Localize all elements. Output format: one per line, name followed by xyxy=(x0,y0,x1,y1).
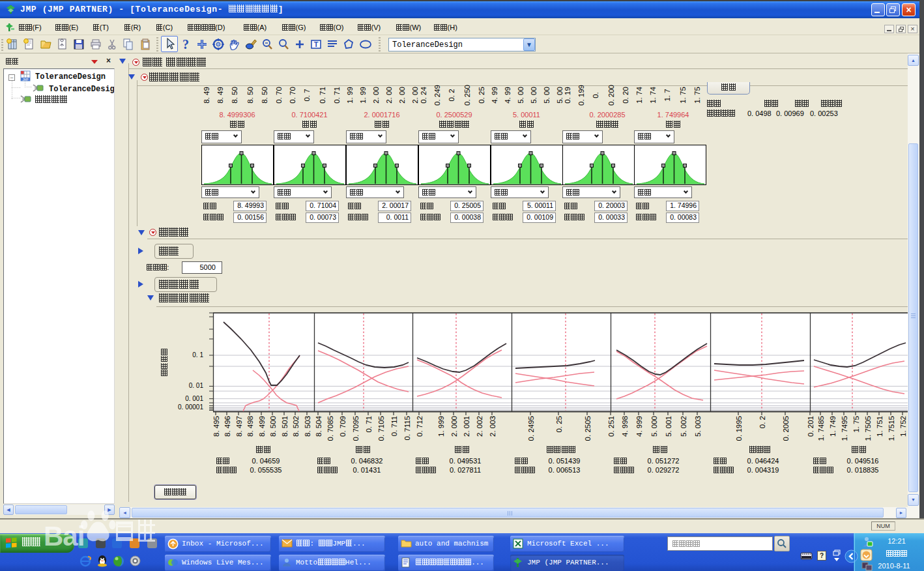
svg-text:1. 7515: 1. 7515 xyxy=(888,416,895,441)
svg-text:5. 003: 5. 003 xyxy=(694,416,702,437)
svg-text:8. 504: 8. 504 xyxy=(315,415,323,437)
svg-text:0. 201: 0. 201 xyxy=(807,416,815,437)
svg-text:1. 7495: 1. 7495 xyxy=(841,416,848,441)
svg-text:0. 711: 0. 711 xyxy=(390,416,398,436)
svg-text:8. 501: 8. 501 xyxy=(281,416,289,437)
svg-text:8. 503: 8. 503 xyxy=(304,416,311,437)
svg-text:0. 709: 0. 709 xyxy=(339,416,347,437)
svg-text:0. 251: 0. 251 xyxy=(607,416,615,437)
svg-text:2. 003: 2. 003 xyxy=(489,416,497,437)
svg-text:0. 2005: 0. 2005 xyxy=(782,416,790,441)
svg-text:5. 002: 5. 002 xyxy=(680,416,687,437)
svg-text:8. 496: 8. 496 xyxy=(224,416,231,437)
svg-text:0. 25: 0. 25 xyxy=(555,416,563,433)
svg-text:8. 502: 8. 502 xyxy=(292,416,300,437)
svg-text:0. 7085: 0. 7085 xyxy=(326,416,334,441)
svg-text:2. 002: 2. 002 xyxy=(476,416,484,437)
svg-text:1. 999: 1. 999 xyxy=(437,416,445,437)
svg-text:0. 712: 0. 712 xyxy=(416,416,424,437)
svg-text:0. 1995: 0. 1995 xyxy=(735,416,743,441)
svg-text:8. 498: 8. 498 xyxy=(246,416,254,437)
svg-text:8. 499: 8. 499 xyxy=(258,416,266,437)
svg-text:0. 7115: 0. 7115 xyxy=(403,416,411,441)
svg-text:1. 752: 1. 752 xyxy=(899,416,907,437)
svg-text:8. 495: 8. 495 xyxy=(212,416,220,437)
svg-text:8. 500: 8. 500 xyxy=(269,416,277,437)
svg-text:0. 2: 0. 2 xyxy=(758,416,766,428)
svg-text:1. 7485: 1. 7485 xyxy=(817,416,825,441)
svg-text:1. 75: 1. 75 xyxy=(852,416,860,433)
svg-text:0. 7095: 0. 7095 xyxy=(352,416,360,441)
svg-text:8. 497: 8. 497 xyxy=(235,416,243,437)
svg-text:1. 751: 1. 751 xyxy=(876,416,884,437)
svg-text:2. 001: 2. 001 xyxy=(463,416,470,437)
svg-text:4. 998: 4. 998 xyxy=(621,416,629,437)
svg-text:5. 001: 5. 001 xyxy=(665,416,672,437)
svg-text:0. 7105: 0. 7105 xyxy=(377,416,385,441)
svg-text:0. 2495: 0. 2495 xyxy=(527,416,535,441)
svg-text:4. 999: 4. 999 xyxy=(635,416,643,437)
svg-text:5. 000: 5. 000 xyxy=(650,416,658,437)
svg-text:2. 000: 2. 000 xyxy=(450,416,458,437)
svg-text:0. 2505: 0. 2505 xyxy=(584,416,592,441)
svg-text:1. 7505: 1. 7505 xyxy=(864,416,872,441)
svg-text:1. 749: 1. 749 xyxy=(829,416,837,437)
svg-text:0. 71: 0. 71 xyxy=(365,416,373,433)
